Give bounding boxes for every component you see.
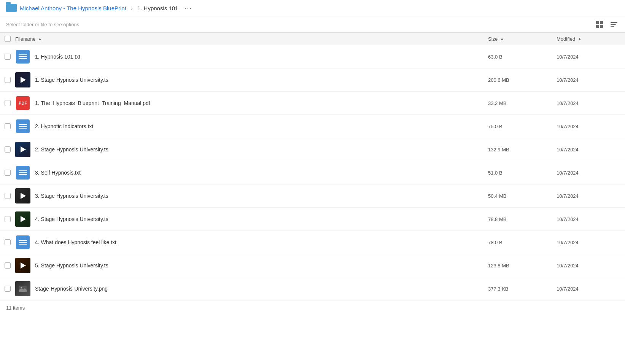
row-checkbox[interactable] [5,100,11,106]
file-modified: 10/7/2024 [557,77,625,83]
size-column-header[interactable]: Size ▲ [488,36,557,42]
file-thumb [15,49,30,64]
file-size: 200.6 MB [488,77,557,83]
play-icon [21,146,26,153]
table-row[interactable]: 4. Stage Hypnosis University.ts 78.8 MB … [0,208,625,231]
image-icon [19,286,27,292]
filename-column-header[interactable]: Filename ▲ [15,36,488,42]
file-thumb [15,188,30,203]
file-modified: 10/7/2024 [557,170,625,176]
folder-icon [6,4,17,12]
sort-icon [611,22,617,27]
grid-view-icon [596,21,603,28]
breadcrumb-parent-link[interactable]: Michael Anthony - The Hypnosis BluePrint [20,5,126,11]
file-modified: 10/7/2024 [557,124,625,129]
row-checkbox[interactable] [5,146,11,153]
filename-sort-arrow: ▲ [38,37,42,41]
file-size: 78.8 MB [488,216,557,222]
table-row[interactable]: 3. Stage Hypnosis University.ts 50.4 MB … [0,184,625,208]
modified-column-header[interactable]: Modified ▲ [557,36,625,42]
header-checkbox-col [0,36,15,42]
row-checkbox-col [0,193,15,199]
sort-button[interactable] [609,21,619,28]
file-modified: 10/7/2024 [557,263,625,269]
file-info: 4. What does Hypnosis feel like.txt [15,235,488,250]
txt-file-icon [16,235,30,249]
row-checkbox-col [0,170,15,176]
file-info: 4. Stage Hypnosis University.ts [15,211,488,227]
file-info: Stage-Hypnosis-University.png [15,281,488,296]
file-thumb [15,235,30,250]
file-thumb [15,165,30,180]
row-checkbox[interactable] [5,123,11,129]
row-checkbox[interactable] [5,193,11,199]
file-info: 2. Hypnotic Indicators.txt [15,119,488,134]
file-info: 3. Self Hypnosis.txt [15,165,488,180]
row-checkbox-col [0,286,15,292]
file-size: 50.4 MB [488,193,557,199]
file-info: 5. Stage Hypnosis University.ts [15,258,488,273]
breadcrumb-bar: Michael Anthony - The Hypnosis BluePrint… [0,0,625,16]
play-icon [21,77,26,83]
file-info: 1. Hypnosis 101.txt [15,49,488,64]
file-thumb [15,211,30,227]
table-row[interactable]: Stage-Hypnosis-University.png 377.3 KB 1… [0,277,625,300]
svg-point-1 [21,287,22,288]
row-checkbox[interactable] [5,286,11,292]
video-thumb [15,211,30,227]
file-modified: 10/7/2024 [557,147,625,153]
more-options-button[interactable]: ··· [184,4,192,12]
file-modified: 10/7/2024 [557,240,625,245]
file-info: PDF 1. The_Hypnosis_Blueprint_Training_M… [15,95,488,111]
file-info: 2. Stage Hypnosis University.ts [15,142,488,157]
row-checkbox[interactable] [5,239,11,245]
file-name: 2. Stage Hypnosis University.ts [35,146,108,153]
file-thumb [15,142,30,157]
row-checkbox[interactable] [5,216,11,222]
file-size: 63.0 B [488,54,557,60]
file-modified: 10/7/2024 [557,216,625,222]
file-thumb [15,119,30,134]
table-row[interactable]: 1. Stage Hypnosis University.ts 200.6 MB… [0,68,625,92]
file-name: 5. Stage Hypnosis University.ts [35,262,108,269]
table-row[interactable]: 2. Hypnotic Indicators.txt 75.0 B 10/7/2… [0,115,625,138]
row-checkbox-col [0,77,15,83]
table-row[interactable]: 4. What does Hypnosis feel like.txt 78.0… [0,231,625,254]
play-icon [21,216,26,222]
row-checkbox-col [0,146,15,153]
play-icon [21,262,26,269]
row-checkbox-col [0,100,15,106]
file-name: Stage-Hypnosis-University.png [35,286,108,292]
grid-view-button[interactable] [595,19,604,29]
video-thumb [15,142,30,157]
row-checkbox[interactable] [5,262,11,269]
table-row[interactable]: 3. Self Hypnosis.txt 51.0 B 10/7/2024 [0,161,625,184]
toolbar-right [595,19,619,29]
file-thumb: PDF [15,95,30,111]
table-header: Filename ▲ Size ▲ Modified ▲ [0,32,625,45]
file-modified: 10/7/2024 [557,100,625,106]
row-checkbox[interactable] [5,170,11,176]
breadcrumb-separator: › [131,5,133,11]
row-checkbox[interactable] [5,77,11,83]
footer: 11 items [0,300,625,315]
file-size: 132.9 MB [488,147,557,153]
video-thumb [15,258,30,273]
table-row[interactable]: 5. Stage Hypnosis University.ts 123.8 MB… [0,254,625,277]
file-size: 377.3 KB [488,286,557,292]
row-checkbox[interactable] [5,54,11,60]
file-name: 3. Self Hypnosis.txt [35,170,81,176]
row-checkbox-col [0,239,15,245]
table-row[interactable]: PDF 1. The_Hypnosis_Blueprint_Training_M… [0,92,625,115]
select-all-checkbox[interactable] [5,36,11,42]
txt-file-icon [16,50,30,64]
file-thumb [15,258,30,273]
file-thumb [15,72,30,87]
toolbar: Select folder or file to see options [0,16,625,32]
table-row[interactable]: 2. Stage Hypnosis University.ts 132.9 MB… [0,138,625,161]
file-info: 1. Stage Hypnosis University.ts [15,72,488,87]
file-size: 75.0 B [488,124,557,129]
table-row[interactable]: 1. Hypnosis 101.txt 63.0 B 10/7/2024 [0,45,625,68]
video-thumb [15,188,30,203]
file-name: 2. Hypnotic Indicators.txt [35,123,93,129]
